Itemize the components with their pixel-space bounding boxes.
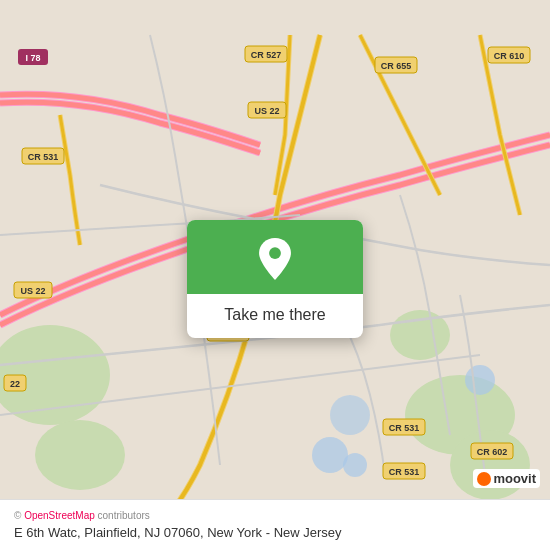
svg-point-7 — [465, 365, 495, 395]
svg-text:CR 610: CR 610 — [494, 51, 525, 61]
svg-point-3 — [35, 420, 125, 490]
location-pin-icon — [254, 238, 296, 280]
svg-text:CR 531: CR 531 — [28, 152, 59, 162]
svg-point-5 — [312, 437, 348, 473]
svg-point-8 — [330, 395, 370, 435]
moovit-brand-name: moovit — [493, 471, 536, 486]
moovit-dot-icon — [477, 472, 491, 486]
svg-text:US 22: US 22 — [20, 286, 45, 296]
attribution-suffix: contributors — [95, 510, 150, 521]
popup-header — [187, 220, 363, 294]
location-popup: Take me there — [187, 220, 363, 338]
svg-text:22: 22 — [10, 379, 20, 389]
moovit-logo: moovit — [473, 469, 540, 488]
svg-point-6 — [343, 453, 367, 477]
attribution-prefix: © — [14, 510, 24, 521]
svg-point-1 — [450, 430, 530, 500]
svg-text:I 78: I 78 — [25, 53, 40, 63]
location-address: E 6th Watc, Plainfield, NJ 07060, New Yo… — [14, 524, 536, 542]
openstreetmap-link[interactable]: OpenStreetMap — [24, 510, 95, 521]
svg-text:CR 531: CR 531 — [389, 423, 420, 433]
svg-text:US 22: US 22 — [254, 106, 279, 116]
take-me-there-button[interactable]: Take me there — [187, 294, 363, 338]
bottom-info-bar: © OpenStreetMap contributors E 6th Watc,… — [0, 499, 550, 550]
map-container: I 78 CR 527 CR 655 CR 610 US 22 CR 531 U… — [0, 0, 550, 550]
svg-text:CR 531: CR 531 — [389, 467, 420, 477]
svg-text:CR 655: CR 655 — [381, 61, 412, 71]
svg-text:CR 527: CR 527 — [251, 50, 282, 60]
svg-text:CR 602: CR 602 — [477, 447, 508, 457]
map-attribution: © OpenStreetMap contributors — [14, 510, 536, 521]
svg-point-34 — [269, 247, 281, 259]
